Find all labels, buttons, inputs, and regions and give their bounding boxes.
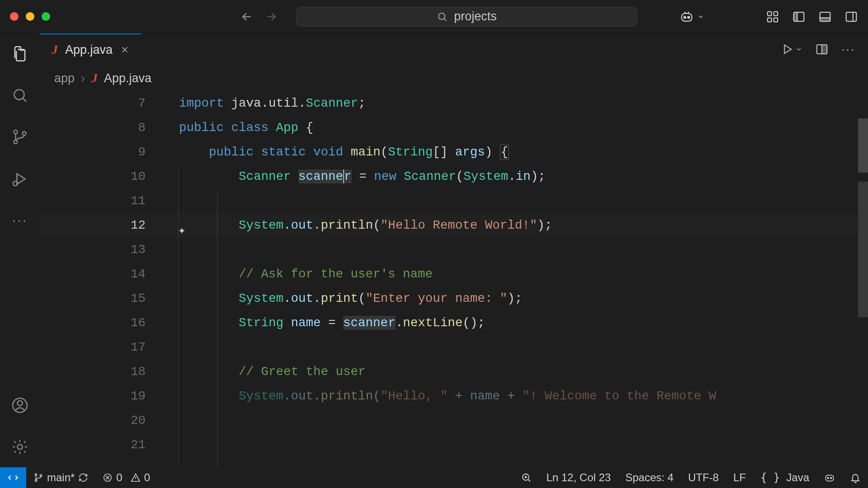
svg-rect-9 — [794, 12, 797, 21]
braces-icon: { } — [760, 471, 780, 484]
svg-rect-5 — [774, 11, 778, 15]
close-window-button[interactable] — [10, 12, 19, 21]
line-number: 13 — [40, 238, 162, 262]
toggle-panel-button[interactable] — [818, 10, 832, 23]
copilot-button[interactable] — [679, 9, 704, 24]
search-tab[interactable] — [11, 87, 28, 104]
warning-count: 0 — [144, 471, 150, 484]
encoding-status[interactable]: UTF-8 — [681, 471, 726, 484]
more-views-button[interactable]: ··· — [12, 212, 28, 228]
code-line[interactable] — [179, 238, 716, 262]
svg-point-25 — [40, 474, 42, 476]
eol-status[interactable]: LF — [726, 471, 753, 484]
svg-rect-6 — [768, 18, 772, 22]
more-actions-button[interactable]: ··· — [841, 42, 855, 56]
minimap[interactable] — [858, 118, 868, 173]
code-line[interactable]: public class App { — [179, 116, 716, 140]
code-line[interactable]: import java.util.Scanner; — [179, 91, 716, 116]
run-button[interactable] — [781, 43, 802, 56]
sync-icon[interactable] — [78, 473, 88, 483]
indent-guide — [178, 167, 179, 467]
minimap[interactable] — [858, 182, 868, 317]
code-line[interactable]: Scanner scanner = new Scanner(System.in)… — [179, 164, 716, 189]
remote-indicator[interactable] — [0, 467, 26, 488]
breadcrumb-file[interactable]: App.java — [104, 71, 151, 85]
run-debug-tab[interactable] — [11, 170, 29, 188]
line-number: 15 — [40, 286, 162, 311]
split-icon — [815, 42, 829, 56]
git-branch-status[interactable]: main* — [26, 467, 95, 488]
nav-forward-button[interactable] — [264, 10, 278, 23]
code-line[interactable] — [179, 189, 716, 213]
zoom-status[interactable] — [514, 472, 539, 483]
svg-rect-7 — [774, 18, 778, 22]
tab-label: App.java — [65, 43, 113, 57]
svg-point-15 — [14, 140, 18, 144]
svg-point-20 — [17, 444, 22, 449]
svg-point-2 — [684, 16, 686, 18]
error-count: 0 — [116, 471, 122, 484]
indentation-status[interactable]: Spaces: 4 — [618, 471, 681, 484]
svg-point-13 — [14, 89, 24, 99]
title-bar: projects — [0, 0, 868, 33]
editor-tabs: J App.java ··· — [40, 33, 868, 65]
maximize-window-button[interactable] — [42, 12, 50, 21]
copilot-status[interactable] — [816, 472, 843, 483]
close-icon — [120, 45, 130, 55]
line-number: 8 — [40, 116, 162, 140]
nav-back-button[interactable] — [240, 10, 254, 23]
svg-point-23 — [35, 474, 37, 476]
line-number-gutter: 789101112131415161718192021 — [40, 91, 162, 457]
line-number: 21 — [40, 433, 162, 457]
code-line[interactable]: System.out.println("Hello Remote World!"… — [179, 213, 716, 238]
code-line[interactable]: public static void main(String[] args) { — [179, 140, 716, 164]
line-number: 20 — [40, 408, 162, 433]
copilot-icon — [679, 9, 694, 24]
svg-rect-11 — [820, 18, 830, 21]
accounts-button[interactable] — [11, 397, 28, 414]
branch-icon — [11, 128, 28, 145]
debug-icon — [11, 170, 29, 188]
settings-button[interactable] — [11, 438, 28, 455]
command-center-search[interactable]: projects — [296, 7, 637, 27]
line-number: 10 — [40, 164, 162, 189]
files-icon — [11, 45, 28, 62]
search-icon — [437, 11, 448, 22]
code-editor[interactable]: 789101112131415161718192021 ✦ import jav… — [40, 91, 868, 467]
status-bar: main* 0 0 Ln 12, Col 23 Spaces: 4 UTF-8 … — [0, 467, 868, 488]
language-mode-status[interactable]: { } Java — [753, 471, 816, 484]
remote-icon — [7, 472, 19, 483]
breadcrumb-folder[interactable]: app — [54, 71, 75, 85]
zoom-in-icon — [521, 472, 532, 483]
gear-icon — [11, 438, 28, 455]
explorer-tab[interactable] — [11, 45, 28, 62]
close-tab-button[interactable] — [120, 45, 130, 55]
code-line[interactable] — [179, 335, 716, 360]
line-number: 18 — [40, 360, 162, 384]
svg-rect-22 — [822, 45, 827, 54]
play-icon — [781, 43, 793, 56]
breadcrumbs[interactable]: app › J App.java — [40, 65, 868, 91]
code-line[interactable]: // Greet the user — [179, 360, 716, 384]
code-line[interactable]: System.out.println("Hello, " + name + "!… — [179, 384, 716, 408]
java-file-icon: J — [91, 71, 98, 85]
line-number: 19 — [40, 384, 162, 408]
toggle-primary-sidebar-button[interactable] — [792, 10, 806, 23]
split-editor-button[interactable] — [815, 42, 829, 56]
toggle-secondary-sidebar-button[interactable] — [844, 10, 858, 23]
code-line[interactable]: String name = scanner.nextLine(); — [179, 311, 716, 335]
svg-point-16 — [23, 131, 26, 135]
tab-app-java[interactable]: J App.java — [40, 33, 142, 65]
code-line[interactable]: System.out.print("Enter your name: "); — [179, 286, 716, 311]
source-control-tab[interactable] — [11, 128, 28, 145]
search-icon — [11, 87, 28, 104]
notifications-button[interactable] — [843, 472, 868, 483]
svg-rect-12 — [846, 12, 857, 21]
cursor-position-status[interactable]: Ln 12, Col 23 — [539, 471, 618, 484]
minimize-window-button[interactable] — [26, 12, 34, 21]
customize-layout-button[interactable] — [766, 10, 779, 23]
line-number: 14 — [40, 262, 162, 286]
code-content[interactable]: import java.util.Scanner;public class Ap… — [179, 91, 716, 408]
code-line[interactable]: // Ask for the user's name — [179, 262, 716, 286]
problems-status[interactable]: 0 0 — [95, 467, 157, 488]
